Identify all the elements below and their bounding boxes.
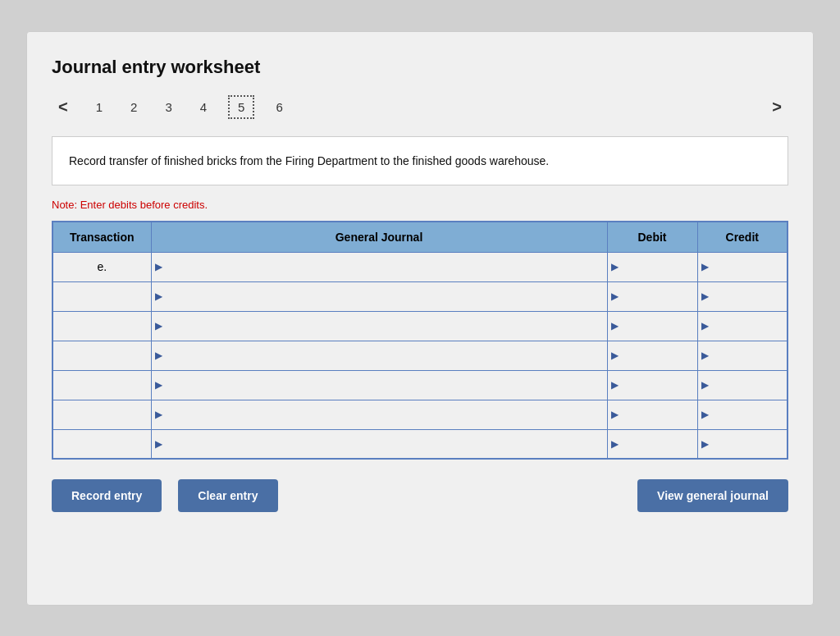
page-6[interactable]: 6 — [269, 97, 289, 117]
debit-cell: ▶ — [607, 400, 697, 429]
journal-cell: ▶ — [151, 311, 607, 341]
credit-cell: ▶ — [697, 311, 788, 341]
journal-input[interactable] — [152, 430, 607, 459]
page-4[interactable]: 4 — [194, 97, 213, 117]
journal-cell: ▶ — [151, 370, 607, 400]
main-container: Journal entry worksheet < 1 2 3 4 5 6 > … — [26, 31, 814, 606]
debit-input[interactable] — [608, 312, 697, 341]
transaction-cell — [52, 341, 151, 370]
debit-cell: ▶ — [607, 252, 697, 281]
credit-input[interactable] — [698, 312, 788, 341]
credit-cell: ▶ — [697, 281, 788, 311]
credit-cell: ▶ — [697, 429, 788, 459]
transaction-cell — [52, 281, 151, 311]
debit-input[interactable] — [608, 341, 697, 370]
credit-arrow-icon: ▶ — [701, 379, 709, 391]
debit-arrow-icon: ▶ — [611, 379, 619, 391]
journal-table: Transaction General Journal Debit Credit… — [52, 221, 788, 460]
buttons-row: Record entry Clear entry View general jo… — [52, 479, 788, 512]
table-row: ▶▶▶ — [52, 281, 788, 311]
journal-cell: ▶ — [151, 281, 607, 311]
credit-input[interactable] — [698, 282, 788, 311]
page-3[interactable]: 3 — [158, 97, 178, 117]
credit-arrow-icon: ▶ — [701, 320, 709, 332]
page-title: Journal entry worksheet — [52, 57, 788, 78]
journal-input[interactable] — [152, 371, 607, 400]
debit-arrow-icon: ▶ — [611, 320, 619, 332]
credit-cell: ▶ — [697, 400, 788, 429]
journal-input[interactable] — [152, 341, 607, 370]
credit-cell: ▶ — [697, 252, 788, 281]
table-row: e.▶▶▶ — [52, 252, 788, 281]
journal-cell: ▶ — [151, 429, 607, 459]
description-box: Record transfer of finished bricks from … — [52, 136, 788, 185]
journal-cell: ▶ — [151, 341, 607, 370]
journal-input[interactable] — [152, 400, 607, 429]
credit-cell: ▶ — [697, 370, 788, 400]
debit-cell: ▶ — [607, 429, 697, 459]
table-row: ▶▶▶ — [52, 311, 788, 341]
debit-cell: ▶ — [607, 311, 697, 341]
journal-arrow-icon: ▶ — [155, 438, 162, 450]
journal-arrow-icon: ▶ — [155, 409, 162, 420]
journal-input[interactable] — [152, 282, 607, 311]
credit-arrow-icon: ▶ — [701, 409, 709, 420]
table-row: ▶▶▶ — [52, 400, 788, 429]
credit-input[interactable] — [698, 371, 788, 400]
note-text: Note: Enter debits before credits. — [52, 199, 788, 211]
journal-arrow-icon: ▶ — [155, 350, 162, 361]
journal-arrow-icon: ▶ — [155, 291, 162, 302]
page-2[interactable]: 2 — [124, 97, 144, 117]
credit-arrow-icon: ▶ — [701, 291, 709, 302]
page-5[interactable]: 5 — [228, 95, 254, 119]
next-arrow[interactable]: > — [765, 94, 788, 120]
credit-arrow-icon: ▶ — [701, 438, 709, 450]
debit-cell: ▶ — [607, 370, 697, 400]
clear-entry-button[interactable]: Clear entry — [178, 479, 277, 512]
credit-input[interactable] — [698, 253, 788, 281]
debit-input[interactable] — [608, 282, 697, 311]
journal-arrow-icon: ▶ — [155, 320, 162, 332]
debit-input[interactable] — [608, 371, 697, 400]
journal-arrow-icon: ▶ — [155, 261, 162, 272]
journal-input[interactable] — [152, 253, 607, 281]
debit-arrow-icon: ▶ — [611, 291, 619, 302]
transaction-cell — [52, 370, 151, 400]
transaction-cell — [52, 400, 151, 429]
page-1[interactable]: 1 — [89, 97, 109, 117]
credit-arrow-icon: ▶ — [701, 261, 709, 272]
transaction-cell — [52, 429, 151, 459]
pagination: < 1 2 3 4 5 6 > — [52, 94, 788, 120]
description-text: Record transfer of finished bricks from … — [69, 154, 549, 167]
journal-cell: ▶ — [151, 400, 607, 429]
credit-input[interactable] — [698, 341, 788, 370]
transaction-cell: e. — [52, 252, 151, 281]
credit-input[interactable] — [698, 400, 788, 429]
debit-cell: ▶ — [607, 281, 697, 311]
debit-input[interactable] — [608, 430, 697, 459]
journal-arrow-icon: ▶ — [155, 379, 162, 391]
debit-input[interactable] — [608, 400, 697, 429]
view-general-journal-button[interactable]: View general journal — [637, 479, 788, 512]
table-row: ▶▶▶ — [52, 341, 788, 370]
col-header-general-journal: General Journal — [151, 222, 607, 253]
record-entry-button[interactable]: Record entry — [52, 479, 162, 512]
credit-arrow-icon: ▶ — [701, 350, 709, 361]
credit-input[interactable] — [698, 430, 788, 459]
debit-cell: ▶ — [607, 341, 697, 370]
table-row: ▶▶▶ — [52, 370, 788, 400]
debit-arrow-icon: ▶ — [611, 350, 619, 361]
col-header-credit: Credit — [697, 222, 788, 253]
prev-arrow[interactable]: < — [52, 94, 75, 120]
debit-input[interactable] — [608, 253, 697, 281]
col-header-transaction: Transaction — [52, 222, 151, 253]
debit-arrow-icon: ▶ — [611, 261, 619, 272]
table-row: ▶▶▶ — [52, 429, 788, 459]
journal-cell: ▶ — [151, 252, 607, 281]
col-header-debit: Debit — [607, 222, 697, 253]
debit-arrow-icon: ▶ — [611, 409, 619, 420]
debit-arrow-icon: ▶ — [611, 438, 619, 450]
journal-input[interactable] — [152, 312, 607, 341]
credit-cell: ▶ — [697, 341, 788, 370]
transaction-cell — [52, 311, 151, 341]
